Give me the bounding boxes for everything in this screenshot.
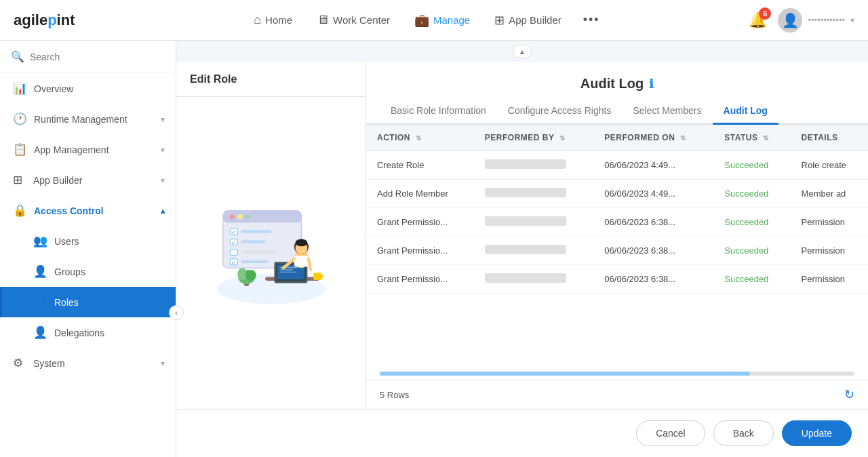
sidebar-item-label: Groups xyxy=(54,266,165,277)
chevron-down-icon: ▾ xyxy=(161,145,165,155)
search-box: 🔍 xyxy=(0,41,176,73)
sidebar-item-label: Users xyxy=(54,236,165,247)
nav-work-center[interactable]: 🖥 Work Center xyxy=(306,7,401,33)
tab-select-members[interactable]: Select Members xyxy=(622,98,712,125)
search-input[interactable] xyxy=(30,52,165,62)
logo-text: agile xyxy=(14,12,47,29)
scrollbar-thumb xyxy=(380,372,750,376)
cell-performed-on: 06/06/2023 6:38... xyxy=(593,208,713,237)
back-button[interactable]: Back xyxy=(713,420,774,446)
tab-label: Audit Log xyxy=(724,105,768,116)
svg-text:✓: ✓ xyxy=(231,229,236,235)
sidebar-item-runtime-management[interactable]: 🕐 Runtime Management ▾ xyxy=(0,104,176,134)
tab-audit-log[interactable]: Audit Log xyxy=(713,98,778,125)
nav-work-center-label: Work Center xyxy=(333,14,390,26)
cell-action: Grant Permissio... xyxy=(366,208,474,237)
sidebar-item-label: Roles xyxy=(54,297,165,308)
cell-performed-by xyxy=(474,237,594,265)
table-row: Grant Permissio... 06/06/2023 6:38... Su… xyxy=(366,208,868,237)
svg-rect-8 xyxy=(241,230,271,233)
svg-line-30 xyxy=(309,259,311,270)
cell-action: Add Role Member xyxy=(366,180,474,208)
edit-role-header: Edit Role xyxy=(176,62,366,97)
cell-details: Member ad xyxy=(791,180,868,208)
audit-log-table-wrap: ACTION ⇅ PERFORMED BY ⇅ PERFORMED ON ⇅ xyxy=(366,125,868,367)
user-menu[interactable]: 👤 •••••••••••• ▾ xyxy=(778,8,854,33)
roles-icon: 👤 xyxy=(33,295,47,309)
illustration-area: ✓ ✓ ✓ xyxy=(176,97,366,409)
cell-status: Succeeded xyxy=(713,180,790,208)
cell-details: Role create xyxy=(791,151,868,180)
svg-rect-28 xyxy=(294,256,308,266)
audit-log-title-row: Audit Log ℹ xyxy=(366,62,868,98)
svg-rect-11 xyxy=(241,240,265,243)
update-button[interactable]: Update xyxy=(782,420,852,446)
cell-performed-by xyxy=(474,265,594,294)
cell-performed-by xyxy=(474,151,594,180)
cell-details: Permission xyxy=(791,208,868,237)
overview-icon: 📊 xyxy=(13,81,27,96)
edit-role-panel: Edit Role ✓ xyxy=(176,62,366,409)
app-builder-sidebar-icon: ⊞ xyxy=(13,173,26,187)
nav-more[interactable]: ••• xyxy=(575,7,608,33)
tab-basic-role[interactable]: Basic Role Information xyxy=(380,98,497,125)
home-icon: ⌂ xyxy=(254,13,261,27)
svg-rect-16 xyxy=(241,260,268,263)
collapse-top-button[interactable]: ▲ xyxy=(513,45,532,58)
nav-manage-label: Manage xyxy=(433,14,470,26)
sidebar-item-app-management[interactable]: 📋 App Management ▾ xyxy=(0,134,176,165)
sidebar-item-overview[interactable]: 📊 Overview xyxy=(0,73,176,104)
sidebar-item-access-control[interactable]: 🔒 Access Control ▴ xyxy=(0,195,176,226)
tab-configure-access[interactable]: Configure Access Rights xyxy=(497,98,623,125)
sort-icon: ⇅ xyxy=(680,134,686,142)
app-layout: 🔍 📊 Overview 🕐 Runtime Management ▾ 📋 Ap… xyxy=(0,41,868,457)
nav-app-builder[interactable]: ⊞ App Builder xyxy=(484,7,572,33)
sort-icon: ⇅ xyxy=(763,134,769,142)
sidebar-item-roles[interactable]: 👤 Roles xyxy=(0,287,176,317)
system-icon: ⚙ xyxy=(13,356,26,370)
col-header-label: ACTION xyxy=(377,133,410,142)
col-action[interactable]: ACTION ⇅ xyxy=(366,125,474,151)
cell-details: Permission xyxy=(791,265,868,294)
tabs-row: Basic Role Information Configure Access … xyxy=(366,98,868,125)
cell-details: Permission xyxy=(791,237,868,265)
chevron-down-icon: ▾ xyxy=(850,16,854,25)
cell-performed-by xyxy=(474,208,594,237)
sidebar-item-users[interactable]: 👥 Users xyxy=(0,226,176,256)
nav-home[interactable]: ⌂ Home xyxy=(243,7,303,33)
svg-point-3 xyxy=(229,214,234,219)
lock-icon: 🔒 xyxy=(13,203,27,218)
cell-performed-on: 06/06/2023 4:49... xyxy=(593,180,713,208)
svg-rect-2 xyxy=(222,211,301,223)
sidebar-item-groups[interactable]: 👤 Groups xyxy=(0,256,176,287)
col-performed-by[interactable]: PERFORMED BY ⇅ xyxy=(474,125,594,151)
notifications-bell[interactable]: 🔔 6 xyxy=(749,12,767,29)
horizontal-scrollbar[interactable] xyxy=(366,367,868,380)
table-row: Grant Permissio... 06/06/2023 6:38... Su… xyxy=(366,265,868,294)
users-icon: 👥 xyxy=(33,234,47,248)
cell-status: Succeeded xyxy=(713,265,790,294)
nav-manage[interactable]: 💼 Manage xyxy=(403,7,481,33)
main-nav: ⌂ Home 🖥 Work Center 💼 Manage ⊞ App Buil… xyxy=(102,7,749,33)
table-row: Grant Permissio... 06/06/2023 6:38... Su… xyxy=(366,237,868,265)
manage-icon: 💼 xyxy=(414,13,429,28)
refresh-icon[interactable]: ↻ xyxy=(844,387,854,402)
collapse-sidebar-button[interactable]: ‹ xyxy=(169,305,184,320)
col-status[interactable]: STATUS ⇅ xyxy=(713,125,790,151)
main-content: ▲ Edit Role xyxy=(176,41,868,457)
logo-text2: int xyxy=(57,12,75,29)
info-icon[interactable]: ℹ xyxy=(649,77,654,92)
logo-dot: p xyxy=(47,12,56,29)
col-performed-on[interactable]: PERFORMED ON ⇅ xyxy=(593,125,713,151)
col-header-label: DETAILS xyxy=(802,133,838,142)
cancel-button[interactable]: Cancel xyxy=(636,420,705,446)
app-builder-icon: ⊞ xyxy=(494,13,505,28)
svg-point-4 xyxy=(237,214,242,219)
sidebar-item-app-builder[interactable]: ⊞ App Builder ▾ xyxy=(0,165,176,195)
row-count: 5 Rows xyxy=(380,390,409,400)
user-icon: 👤 xyxy=(782,12,799,28)
sidebar-item-system[interactable]: ⚙ System ▾ xyxy=(0,348,176,378)
logo: agilepint xyxy=(14,12,75,29)
svg-point-27 xyxy=(295,239,307,247)
sidebar-item-delegations[interactable]: 👤 Delegations xyxy=(0,317,176,348)
